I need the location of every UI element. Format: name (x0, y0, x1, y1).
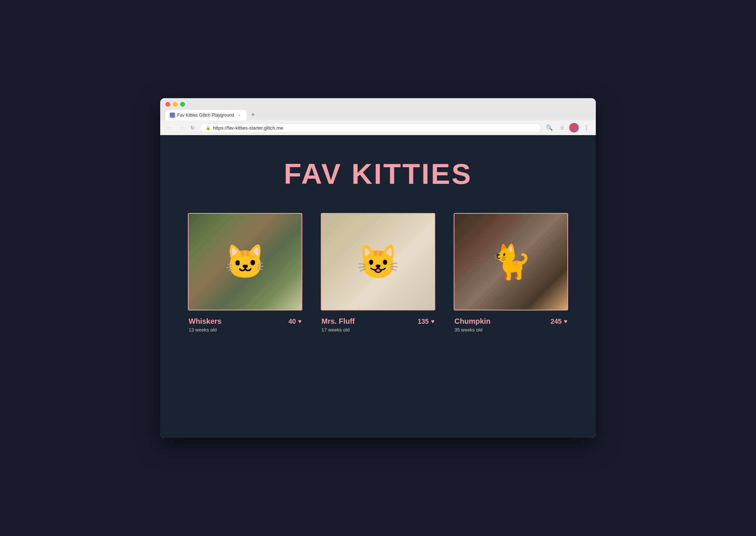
kitty-info-chumpkin: Chumpkin 35 weeks old 245 ♥ (454, 317, 568, 333)
browser-content: FAV KITTIES Whiskers 13 weeks old 40 ♥ (160, 135, 596, 438)
tab-favicon (170, 113, 175, 118)
kitty-name-age-whiskers: Whiskers 13 weeks old (189, 317, 221, 333)
kitty-card: Mrs. Fluff 17 weeks old 135 ♥ (321, 213, 435, 333)
active-tab[interactable]: Fav Kitties Glitch Playground × (165, 110, 247, 120)
search-button[interactable]: 🔍 (544, 123, 554, 133)
kitty-card: Whiskers 13 weeks old 40 ♥ (188, 213, 302, 333)
vote-count-whiskers: 40 (288, 318, 296, 326)
lock-icon: 🔒 (206, 126, 211, 130)
kitty-age-whiskers: 13 weeks old (189, 327, 221, 333)
tabs-row: Fav Kitties Glitch Playground × + (165, 110, 591, 120)
kitty-info-whiskers: Whiskers 13 weeks old 40 ♥ (188, 317, 302, 333)
vote-count-chumpkin: 245 (550, 318, 561, 326)
heart-icon-chumpkin: ♥ (564, 318, 568, 325)
kitty-name-age-mrsfluff: Mrs. Fluff 17 weeks old (322, 317, 355, 333)
title-bar: Fav Kitties Glitch Playground × + (160, 98, 596, 120)
kitty-info-mrsfluff: Mrs. Fluff 17 weeks old 135 ♥ (321, 317, 435, 333)
address-bar-row: ← → ↻ 🔒 https://fav-kitties-starter.glit… (160, 120, 596, 135)
kitty-card: Chumpkin 35 weeks old 245 ♥ (454, 213, 568, 333)
kitty-image-mrsfluff[interactable] (321, 213, 435, 310)
maximize-button[interactable] (180, 102, 185, 107)
kitty-name-chumpkin: Chumpkin (454, 317, 491, 326)
address-text: https://fav-kitties-starter.glitch.me (213, 125, 283, 131)
menu-button[interactable]: ⋮ (581, 123, 591, 133)
heart-icon-whiskers: ♥ (298, 318, 302, 325)
tab-label: Fav Kitties Glitch Playground (177, 113, 234, 118)
kitties-grid: Whiskers 13 weeks old 40 ♥ Mrs. Fluff 17… (175, 213, 581, 333)
back-button[interactable]: ← (165, 123, 173, 132)
address-bar[interactable]: 🔒 https://fav-kitties-starter.glitch.me (200, 123, 541, 133)
kitty-votes-chumpkin[interactable]: 245 ♥ (550, 318, 567, 326)
kitty-image-chumpkin[interactable] (454, 213, 568, 310)
kitty-votes-mrsfluff[interactable]: 135 ♥ (417, 318, 434, 326)
close-button[interactable] (165, 102, 170, 107)
site-title: FAV KITTIES (284, 157, 472, 191)
vote-count-mrsfluff: 135 (417, 318, 429, 326)
minimize-button[interactable] (173, 102, 178, 107)
kitty-name-age-chumpkin: Chumpkin 35 weeks old (454, 317, 491, 333)
bookmark-button[interactable]: ☆ (557, 123, 567, 133)
avatar[interactable] (569, 123, 579, 133)
kitty-image-whiskers[interactable] (188, 213, 302, 310)
kitty-age-mrsfluff: 17 weeks old (322, 327, 355, 333)
toolbar-right: 🔍 ☆ ⋮ (544, 123, 591, 133)
kitty-name-whiskers: Whiskers (189, 317, 221, 326)
kitty-age-chumpkin: 35 weeks old (454, 327, 491, 333)
tab-close-button[interactable]: × (236, 112, 242, 118)
traffic-lights (165, 102, 591, 107)
browser-window: Fav Kitties Glitch Playground × + ← → ↻ … (160, 98, 596, 438)
forward-button[interactable]: → (176, 123, 185, 132)
kitty-votes-whiskers[interactable]: 40 ♥ (288, 318, 302, 326)
heart-icon-mrsfluff: ♥ (431, 318, 435, 325)
new-tab-button[interactable]: + (248, 110, 258, 120)
kitty-name-mrsfluff: Mrs. Fluff (322, 317, 355, 326)
reload-button[interactable]: ↻ (188, 123, 197, 132)
